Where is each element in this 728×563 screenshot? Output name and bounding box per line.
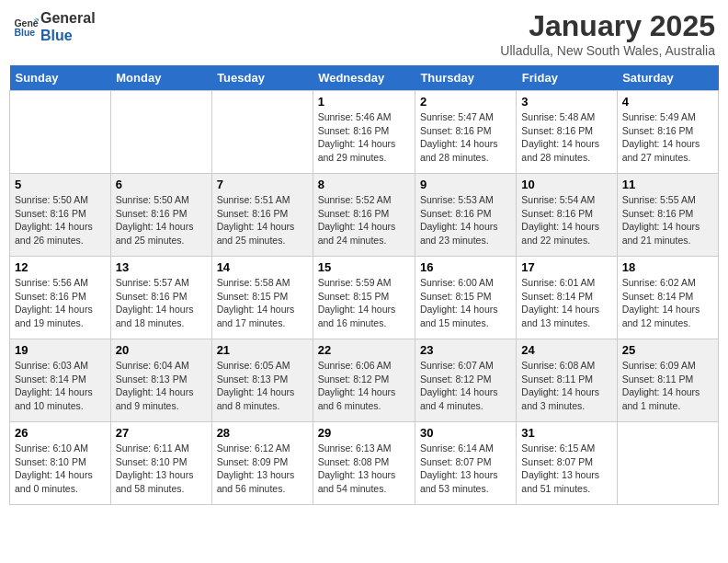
day-number: 14: [217, 260, 308, 274]
calendar-week-2: 5Sunrise: 5:50 AM Sunset: 8:16 PM Daylig…: [10, 174, 719, 257]
day-info: Sunrise: 6:01 AM Sunset: 8:14 PM Dayligh…: [521, 276, 611, 330]
day-number: 5: [15, 178, 106, 191]
day-info: Sunrise: 5:58 AM Sunset: 8:15 PM Dayligh…: [217, 276, 308, 330]
calendar-cell: 22Sunrise: 6:06 AM Sunset: 8:12 PM Dayli…: [313, 339, 415, 422]
calendar-cell: 16Sunrise: 6:00 AM Sunset: 8:15 PM Dayli…: [415, 257, 516, 339]
calendar-cell: 18Sunrise: 6:02 AM Sunset: 8:14 PM Dayli…: [617, 257, 718, 339]
day-number: 11: [622, 178, 713, 191]
day-info: Sunrise: 5:48 AM Sunset: 8:16 PM Dayligh…: [521, 110, 611, 165]
logo: General Blue General Blue: [13, 9, 96, 44]
calendar-cell: 12Sunrise: 5:56 AM Sunset: 8:16 PM Dayli…: [10, 257, 111, 339]
weekday-header-row: SundayMondayTuesdayWednesdayThursdayFrid…: [10, 65, 719, 91]
calendar-cell: [211, 91, 313, 174]
day-info: Sunrise: 6:06 AM Sunset: 8:12 PM Dayligh…: [318, 359, 410, 413]
location: Ulladulla, New South Wales, Australia: [500, 43, 715, 58]
day-number: 10: [521, 178, 611, 191]
day-number: 2: [420, 95, 511, 109]
calendar-cell: 11Sunrise: 5:55 AM Sunset: 8:16 PM Dayli…: [617, 174, 718, 257]
day-number: 29: [318, 426, 410, 440]
svg-text:Blue: Blue: [14, 27, 35, 38]
day-number: 7: [217, 178, 308, 191]
calendar-table: SundayMondayTuesdayWednesdayThursdayFrid…: [9, 65, 719, 505]
day-info: Sunrise: 5:55 AM Sunset: 8:16 PM Dayligh…: [622, 193, 713, 247]
calendar-cell: 3Sunrise: 5:48 AM Sunset: 8:16 PM Daylig…: [517, 91, 617, 174]
day-info: Sunrise: 5:52 AM Sunset: 8:16 PM Dayligh…: [318, 193, 410, 247]
weekday-header-monday: Monday: [110, 65, 211, 91]
day-number: 22: [318, 343, 410, 357]
day-number: 30: [420, 426, 511, 440]
calendar-cell: 2Sunrise: 5:47 AM Sunset: 8:16 PM Daylig…: [415, 91, 516, 174]
month-title: January 2025: [500, 9, 715, 43]
calendar-week-3: 12Sunrise: 5:56 AM Sunset: 8:16 PM Dayli…: [10, 257, 719, 339]
day-info: Sunrise: 6:03 AM Sunset: 8:14 PM Dayligh…: [15, 359, 106, 413]
calendar-cell: 10Sunrise: 5:54 AM Sunset: 8:16 PM Dayli…: [517, 174, 617, 257]
calendar-cell: 20Sunrise: 6:04 AM Sunset: 8:13 PM Dayli…: [110, 339, 211, 422]
day-number: 19: [15, 343, 106, 357]
calendar-cell: [10, 91, 111, 174]
calendar-cell: 23Sunrise: 6:07 AM Sunset: 8:12 PM Dayli…: [415, 339, 516, 422]
weekday-header-friday: Friday: [517, 65, 617, 91]
calendar-cell: 14Sunrise: 5:58 AM Sunset: 8:15 PM Dayli…: [211, 257, 313, 339]
day-info: Sunrise: 6:05 AM Sunset: 8:13 PM Dayligh…: [217, 359, 308, 413]
calendar-cell: 31Sunrise: 6:15 AM Sunset: 8:07 PM Dayli…: [517, 422, 617, 505]
weekday-header-thursday: Thursday: [415, 65, 516, 91]
day-info: Sunrise: 5:50 AM Sunset: 8:16 PM Dayligh…: [116, 193, 207, 247]
day-info: Sunrise: 5:54 AM Sunset: 8:16 PM Dayligh…: [521, 193, 611, 247]
calendar-week-5: 26Sunrise: 6:10 AM Sunset: 8:10 PM Dayli…: [10, 422, 719, 505]
calendar-cell: [617, 422, 718, 505]
day-info: Sunrise: 6:07 AM Sunset: 8:12 PM Dayligh…: [420, 359, 511, 413]
day-number: 21: [217, 343, 308, 357]
calendar-cell: 17Sunrise: 6:01 AM Sunset: 8:14 PM Dayli…: [517, 257, 617, 339]
day-number: 28: [217, 426, 308, 440]
day-number: 3: [521, 95, 611, 109]
weekday-header-wednesday: Wednesday: [313, 65, 415, 91]
day-number: 18: [622, 260, 713, 274]
day-info: Sunrise: 5:57 AM Sunset: 8:16 PM Dayligh…: [116, 276, 207, 330]
day-number: 26: [15, 426, 106, 440]
day-number: 8: [318, 178, 410, 191]
day-info: Sunrise: 6:12 AM Sunset: 8:09 PM Dayligh…: [217, 442, 308, 496]
calendar-cell: 29Sunrise: 6:13 AM Sunset: 8:08 PM Dayli…: [313, 422, 415, 505]
day-info: Sunrise: 6:09 AM Sunset: 8:11 PM Dayligh…: [622, 359, 713, 413]
calendar-cell: 21Sunrise: 6:05 AM Sunset: 8:13 PM Dayli…: [211, 339, 313, 422]
day-number: 12: [15, 260, 106, 274]
calendar-cell: 13Sunrise: 5:57 AM Sunset: 8:16 PM Dayli…: [110, 257, 211, 339]
calendar-cell: 30Sunrise: 6:14 AM Sunset: 8:07 PM Dayli…: [415, 422, 516, 505]
day-info: Sunrise: 5:51 AM Sunset: 8:16 PM Dayligh…: [217, 193, 308, 247]
day-number: 25: [622, 343, 713, 357]
calendar-cell: 9Sunrise: 5:53 AM Sunset: 8:16 PM Daylig…: [415, 174, 516, 257]
calendar-cell: 5Sunrise: 5:50 AM Sunset: 8:16 PM Daylig…: [10, 174, 111, 257]
day-number: 17: [521, 260, 611, 274]
day-info: Sunrise: 5:46 AM Sunset: 8:16 PM Dayligh…: [318, 110, 410, 165]
day-info: Sunrise: 5:56 AM Sunset: 8:16 PM Dayligh…: [15, 276, 106, 330]
day-info: Sunrise: 6:13 AM Sunset: 8:08 PM Dayligh…: [318, 442, 410, 496]
day-info: Sunrise: 6:10 AM Sunset: 8:10 PM Dayligh…: [15, 442, 106, 496]
logo-icon: General Blue: [13, 14, 39, 40]
day-number: 27: [116, 426, 207, 440]
day-number: 13: [116, 260, 207, 274]
day-info: Sunrise: 5:49 AM Sunset: 8:16 PM Dayligh…: [622, 110, 713, 165]
day-info: Sunrise: 6:08 AM Sunset: 8:11 PM Dayligh…: [521, 359, 611, 413]
day-number: 9: [420, 178, 511, 191]
day-number: 23: [420, 343, 511, 357]
calendar-cell: 27Sunrise: 6:11 AM Sunset: 8:10 PM Dayli…: [110, 422, 211, 505]
day-info: Sunrise: 6:15 AM Sunset: 8:07 PM Dayligh…: [521, 442, 611, 496]
day-number: 4: [622, 95, 713, 109]
day-info: Sunrise: 6:11 AM Sunset: 8:10 PM Dayligh…: [116, 442, 207, 496]
calendar-week-4: 19Sunrise: 6:03 AM Sunset: 8:14 PM Dayli…: [10, 339, 719, 422]
calendar-cell: 19Sunrise: 6:03 AM Sunset: 8:14 PM Dayli…: [10, 339, 111, 422]
calendar-cell: 28Sunrise: 6:12 AM Sunset: 8:09 PM Dayli…: [211, 422, 313, 505]
calendar-cell: 1Sunrise: 5:46 AM Sunset: 8:16 PM Daylig…: [313, 91, 415, 174]
day-info: Sunrise: 5:50 AM Sunset: 8:16 PM Dayligh…: [15, 193, 106, 247]
day-info: Sunrise: 6:04 AM Sunset: 8:13 PM Dayligh…: [116, 359, 207, 413]
day-info: Sunrise: 5:47 AM Sunset: 8:16 PM Dayligh…: [420, 110, 511, 165]
day-info: Sunrise: 6:02 AM Sunset: 8:14 PM Dayligh…: [622, 276, 713, 330]
calendar-cell: 7Sunrise: 5:51 AM Sunset: 8:16 PM Daylig…: [211, 174, 313, 257]
day-info: Sunrise: 6:14 AM Sunset: 8:07 PM Dayligh…: [420, 442, 511, 496]
calendar-cell: 25Sunrise: 6:09 AM Sunset: 8:11 PM Dayli…: [617, 339, 718, 422]
day-info: Sunrise: 5:59 AM Sunset: 8:15 PM Dayligh…: [318, 276, 410, 330]
day-number: 20: [116, 343, 207, 357]
page-header: General Blue General Blue January 2025 U…: [9, 9, 719, 58]
calendar-week-1: 1Sunrise: 5:46 AM Sunset: 8:16 PM Daylig…: [10, 91, 719, 174]
day-number: 24: [521, 343, 611, 357]
